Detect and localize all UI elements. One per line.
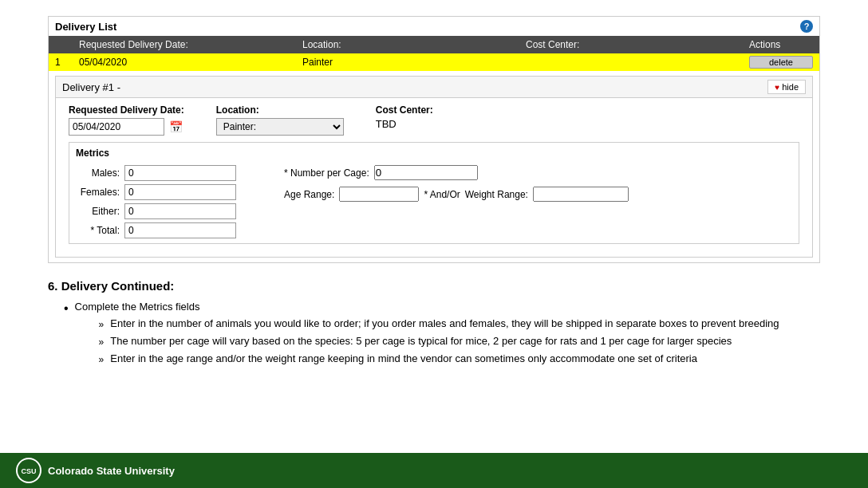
number-per-cage-row: * Number per Cage: [284, 165, 629, 180]
sub-item-3: » Enter in the age range and/or the weig… [99, 352, 779, 365]
cost-center-value: TBD [376, 118, 433, 130]
form-row-details: Requested Delivery Date: 📅 Location: Pai… [69, 104, 799, 136]
delivery-sub-label: Delivery #1 - [62, 81, 120, 93]
sub-arrow-1: » [99, 319, 105, 330]
delivery-sub-header: Delivery #1 - ♥ hide [56, 77, 812, 98]
weight-range-input[interactable] [533, 187, 629, 202]
weight-range-label: Weight Range: [465, 189, 528, 200]
delivery-sub-body: Requested Delivery Date: 📅 Location: Pai… [56, 98, 812, 257]
metrics-right: * Number per Cage: Age Range: * And/Or W… [284, 165, 629, 238]
sub-arrow-3: » [99, 354, 105, 365]
and-or-label: * And/Or [424, 189, 460, 200]
svg-text:CSU: CSU [21, 467, 36, 475]
delivery-panel: Delivery List ? Requested Delivery Date:… [48, 16, 820, 263]
calendar-icon[interactable]: 📅 [169, 120, 183, 133]
bullet-label-metrics: Complete the Metrics fields [75, 301, 200, 313]
females-row: Females: [76, 184, 236, 200]
cost-center-label: Cost Center: [376, 104, 433, 116]
form-group-cost-center: Cost Center: TBD [376, 104, 433, 130]
row-number: 1 [55, 57, 79, 68]
sub-list: » Enter in the number of animals you wou… [99, 317, 779, 365]
section-heading: 6. Delivery Continued: [48, 279, 820, 293]
hide-label: hide [782, 82, 799, 92]
sub-item-1: » Enter in the number of animals you wou… [99, 317, 779, 330]
date-input[interactable] [69, 118, 164, 136]
total-input[interactable] [124, 222, 236, 238]
number-per-cage-input[interactable] [374, 165, 478, 180]
help-icon[interactable]: ? [800, 20, 813, 33]
either-input[interactable] [124, 203, 236, 219]
location-label: Location: [216, 104, 344, 116]
total-row: * Total: [76, 222, 236, 238]
university-name: Colorado State University [48, 465, 175, 477]
delivery-sub-section: Delivery #1 - ♥ hide Requested Delivery … [55, 76, 813, 258]
col-date: Requested Delivery Date: [79, 39, 302, 50]
metrics-title: Metrics [76, 148, 792, 159]
csu-logo: CSU [16, 458, 41, 483]
either-row: Either: [76, 203, 236, 219]
delivery-table-header: Requested Delivery Date: Location: Cost … [49, 36, 819, 53]
csu-logo-svg: CSU [18, 459, 40, 482]
footer-logo: CSU Colorado State University [16, 458, 175, 483]
heart-icon: ♥ [775, 83, 779, 92]
form-group-location: Location: Painter: [216, 104, 344, 136]
date-input-group: 📅 [69, 118, 184, 136]
date-label: Requested Delivery Date: [69, 104, 184, 116]
males-input[interactable] [124, 165, 236, 181]
delivery-panel-header: Delivery List ? [49, 17, 819, 36]
col-num [55, 39, 79, 50]
metrics-section: Metrics Males: Females: [69, 142, 799, 244]
females-label: Females: [76, 187, 120, 198]
delete-button[interactable]: delete [749, 56, 813, 69]
bullet-text-metrics: Complete the Metrics fields » Enter in t… [75, 301, 779, 370]
delivery-list-title: Delivery List [55, 21, 116, 33]
sub-text-3: Enter in the age range and/or the weight… [110, 352, 697, 364]
footer: CSU Colorado State University [0, 453, 868, 488]
metrics-body: Males: Females: Either: [76, 165, 792, 238]
bullet-list: • Complete the Metrics fields » Enter in… [64, 301, 820, 370]
location-select-group: Painter: [216, 118, 344, 136]
males-row: Males: [76, 165, 236, 181]
col-actions: Actions [749, 39, 813, 50]
form-group-date: Requested Delivery Date: 📅 [69, 104, 184, 136]
age-range-label: Age Range: [284, 189, 334, 200]
delivery-table-row: 1 05/04/2020 Painter delete [49, 53, 819, 71]
sub-item-2: » The number per cage will vary based on… [99, 335, 779, 348]
bullet-item-metrics: • Complete the Metrics fields » Enter in… [64, 301, 820, 370]
number-per-cage-label: * Number per Cage: [284, 167, 369, 179]
females-input[interactable] [124, 184, 236, 200]
sub-arrow-2: » [99, 336, 105, 348]
row-date: 05/04/2020 [79, 57, 302, 68]
males-label: Males: [76, 167, 120, 179]
instruction-section: 6. Delivery Continued: • Complete the Me… [48, 279, 820, 370]
location-select[interactable]: Painter: [216, 118, 344, 136]
sub-text-1: Enter in the number of animals you would… [110, 317, 779, 329]
sub-text-2: The number per cage will vary based on t… [110, 335, 732, 347]
either-label: Either: [76, 206, 120, 217]
metrics-left: Males: Females: Either: [76, 165, 236, 238]
row-location: Painter [302, 57, 526, 68]
bullet-dot: • [64, 301, 69, 316]
col-cost-center: Cost Center: [526, 39, 749, 50]
total-label: * Total: [76, 225, 120, 236]
age-weight-row: Age Range: * And/Or Weight Range: [284, 187, 629, 202]
col-location: Location: [302, 39, 526, 50]
age-range-input[interactable] [339, 187, 419, 202]
hide-button[interactable]: ♥ hide [767, 80, 806, 94]
